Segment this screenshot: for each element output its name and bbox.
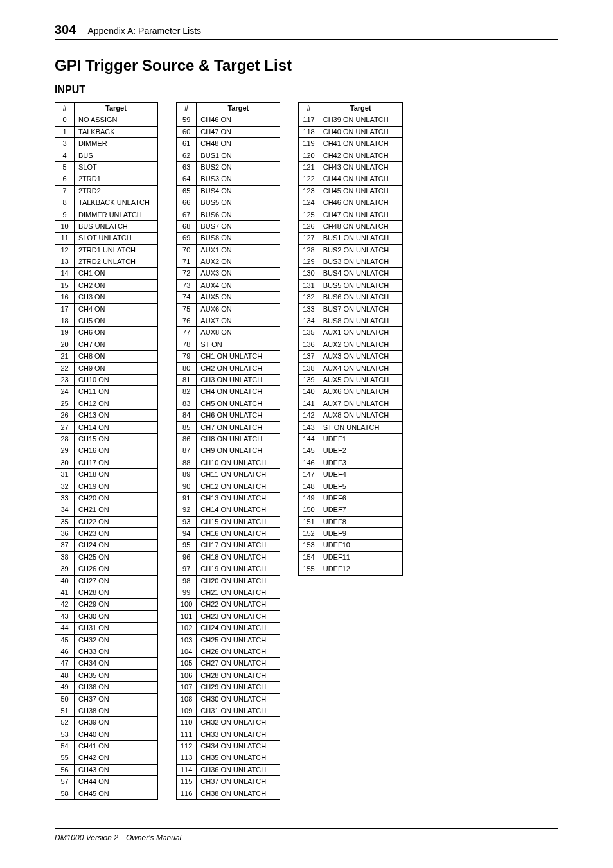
row-number: 18 (55, 315, 75, 327)
row-target: CH27 ON (75, 575, 158, 587)
row-number: 4 (55, 150, 75, 161)
row-target: CH5 ON (75, 315, 158, 327)
table-row: 17CH4 ON (55, 303, 158, 315)
row-number: 7 (55, 185, 75, 197)
table-row: 117CH39 ON UNLATCH (299, 114, 402, 126)
row-target: CH10 ON (75, 374, 158, 385)
table-row: 120CH42 ON UNLATCH (299, 150, 402, 161)
row-number: 134 (299, 315, 319, 327)
table-row: 31CH18 ON (55, 469, 158, 481)
row-target: CH1 ON UNLATCH (197, 351, 280, 362)
row-number: 25 (55, 398, 75, 409)
row-number: 120 (299, 150, 319, 161)
row-target: BUS3 ON (197, 173, 280, 185)
table-row: 23CH10 ON (55, 374, 158, 385)
row-target: AUX6 ON (197, 303, 280, 315)
row-target: CH37 ON (75, 693, 158, 705)
table-row: 148UDEF5 (299, 481, 402, 492)
table-row: 109CH31 ON UNLATCH (177, 705, 280, 716)
column-header-hash: # (177, 103, 197, 114)
row-number: 99 (177, 587, 197, 599)
table-row: 82CH4 ON UNLATCH (177, 386, 280, 398)
row-number: 131 (299, 279, 319, 291)
row-target: AUX7 ON (197, 315, 280, 327)
row-number: 98 (177, 575, 197, 587)
row-number: 140 (299, 386, 319, 398)
table-row: 153UDEF10 (299, 540, 402, 551)
row-number: 148 (299, 481, 319, 492)
table-row: 126CH48 ON UNLATCH (299, 220, 402, 232)
table-row: 32CH19 ON (55, 481, 158, 492)
row-target: AUX2 ON UNLATCH (319, 339, 402, 350)
row-target: CH46 ON (197, 114, 280, 126)
row-target: CH32 ON UNLATCH (197, 717, 280, 729)
table-row: 150UDEF7 (299, 504, 402, 516)
row-target: BUS5 ON (197, 197, 280, 209)
row-number: 128 (299, 244, 319, 256)
row-target: CH4 ON UNLATCH (197, 386, 280, 398)
row-number: 92 (177, 504, 197, 516)
row-number: 9 (55, 209, 75, 220)
row-target: CH48 ON UNLATCH (319, 220, 402, 232)
row-number: 150 (299, 504, 319, 516)
row-target: CH23 ON UNLATCH (197, 610, 280, 622)
row-target: CH39 ON UNLATCH (319, 114, 402, 126)
row-number: 52 (55, 717, 75, 729)
input-table-2: #Target59CH46 ON60CH47 ON61CH48 ON62BUS1… (176, 102, 280, 800)
table-row: 138AUX4 ON UNLATCH (299, 362, 402, 374)
table-row: 155UDEF12 (299, 563, 402, 575)
table-row: 110CH32 ON UNLATCH (177, 717, 280, 729)
row-target: CH34 ON (75, 658, 158, 669)
row-target: AUX2 ON (197, 256, 280, 268)
table-row: 113CH35 ON UNLATCH (177, 752, 280, 764)
row-target: CH10 ON UNLATCH (197, 457, 280, 468)
table-row: 33CH20 ON (55, 492, 158, 504)
row-number: 103 (177, 634, 197, 646)
table-row: 75AUX6 ON (177, 303, 280, 315)
table-row: 37CH24 ON (55, 540, 158, 551)
row-number: 83 (177, 398, 197, 409)
row-target: AUX5 ON (197, 292, 280, 303)
table-row: 145UDEF2 (299, 445, 402, 457)
row-number: 95 (177, 540, 197, 551)
row-number: 109 (177, 705, 197, 716)
table-row: 152UDEF9 (299, 528, 402, 540)
row-number: 56 (55, 764, 75, 775)
table-row: 27CH14 ON (55, 421, 158, 433)
table-row: 154UDEF11 (299, 551, 402, 563)
row-number: 3 (55, 138, 75, 150)
row-target: CH25 ON UNLATCH (197, 634, 280, 646)
row-number: 154 (299, 551, 319, 563)
row-number: 81 (177, 374, 197, 385)
row-number: 33 (55, 492, 75, 504)
table-row: 116CH38 ON UNLATCH (177, 788, 280, 799)
row-number: 62 (177, 150, 197, 161)
table-row: 64BUS3 ON (177, 173, 280, 185)
table-row: 129BUS3 ON UNLATCH (299, 256, 402, 268)
column-header-hash: # (55, 103, 75, 114)
row-target: CH8 ON (75, 351, 158, 362)
row-target: CH47 ON UNLATCH (319, 209, 402, 220)
row-number: 5 (55, 161, 75, 173)
row-target: CH39 ON (75, 717, 158, 729)
row-target: CH32 ON (75, 634, 158, 646)
table-row: 137AUX3 ON UNLATCH (299, 351, 402, 362)
table-row: 25CH12 ON (55, 398, 158, 409)
row-target: CH18 ON UNLATCH (197, 551, 280, 563)
row-target: BUS6 ON (197, 209, 280, 220)
row-target: CH13 ON (75, 410, 158, 421)
row-target: UDEF11 (319, 551, 402, 563)
table-row: 85CH7 ON UNLATCH (177, 421, 280, 433)
row-target: CH9 ON UNLATCH (197, 445, 280, 457)
row-number: 126 (299, 220, 319, 232)
row-number: 107 (177, 682, 197, 693)
row-number: 30 (55, 457, 75, 468)
row-target: CH16 ON UNLATCH (197, 528, 280, 540)
table-row: 53CH40 ON (55, 729, 158, 740)
table-row: 99CH21 ON UNLATCH (177, 587, 280, 599)
row-target: BUS4 ON UNLATCH (319, 268, 402, 279)
table-row: 67BUS6 ON (177, 209, 280, 220)
row-number: 23 (55, 374, 75, 385)
row-target: CH45 ON (75, 788, 158, 799)
row-number: 42 (55, 599, 75, 610)
